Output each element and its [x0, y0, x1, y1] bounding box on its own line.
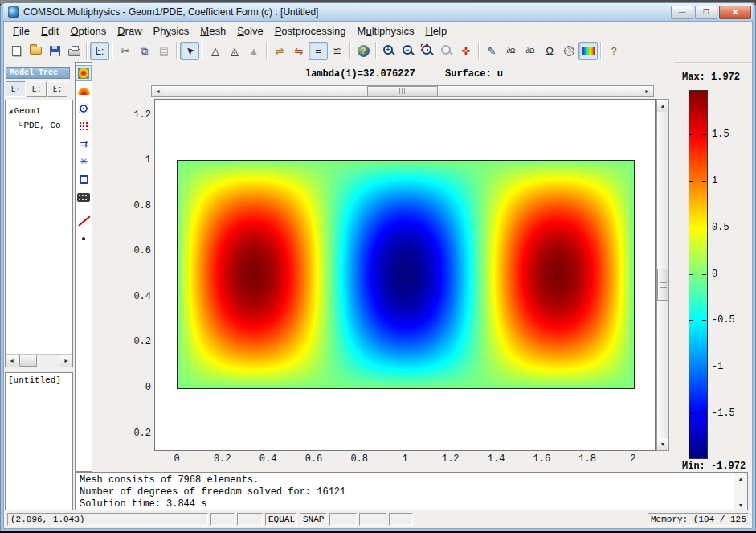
restore-button[interactable]: ❐: [695, 6, 717, 19]
menu-item-postprocessing[interactable]: Postprocessing: [269, 23, 352, 39]
model-browser-pane[interactable]: [untitled]: [5, 372, 73, 512]
refine-mesh-button[interactable]: ◬: [225, 42, 244, 60]
plot-h-scrollbar[interactable]: ◄ ►: [151, 85, 654, 97]
copy-icon: ⧉: [141, 46, 148, 56]
tree-view-detail-button[interactable]: Ŀ:: [27, 81, 47, 97]
new-file-button[interactable]: [6, 42, 26, 60]
minimize-button[interactable]: —: [671, 6, 693, 19]
menu-item-help[interactable]: Help: [419, 23, 452, 39]
point-mode-button[interactable]: ∂Ω: [501, 42, 521, 60]
scroll-up-button[interactable]: ▲: [657, 100, 668, 112]
save-file-button[interactable]: [45, 42, 64, 60]
scroll-left-button[interactable]: ◄: [6, 355, 18, 367]
log-line: Mesh consists of 7968 elements.: [80, 474, 731, 486]
domain-plot-button[interactable]: [76, 171, 92, 187]
message-log-panel[interactable]: Mesh consists of 7968 elements.Number of…: [75, 472, 748, 512]
tree-node-pde-co[interactable]: └PDE, Co: [8, 118, 72, 133]
zoom-in-button[interactable]: +: [379, 42, 398, 60]
arrow-left-icon: ◄: [9, 358, 14, 363]
scroll-down-button[interactable]: ▼: [657, 438, 668, 450]
model-tree-toggle-icon: Ŀ:: [96, 46, 104, 56]
scroll-up-button[interactable]: ▲: [734, 473, 747, 485]
principal-plot-button[interactable]: ✳: [76, 154, 92, 170]
model-tree-box[interactable]: ◢Geom1└PDE, Co ◄ ►: [5, 100, 73, 367]
postprocessing-mode-button[interactable]: [578, 42, 598, 60]
x-tick-label: 1.6: [533, 453, 551, 465]
surface-canvas[interactable]: [178, 161, 634, 388]
tree-h-scrollbar[interactable]: ◄ ►: [6, 354, 72, 367]
point-probe-button[interactable]: [76, 231, 92, 247]
boundary-plot-button[interactable]: [76, 118, 92, 134]
tree-node-geom1[interactable]: ◢Geom1: [8, 104, 72, 118]
toolbar-separator: [375, 42, 377, 59]
draw-mode-button[interactable]: ✎: [482, 42, 501, 60]
tree-expander-icon[interactable]: ◢: [8, 108, 12, 116]
tree-view-compact-button[interactable]: Ŀ·: [6, 81, 26, 97]
surface-plot-button[interactable]: [76, 65, 92, 81]
x-tick-label: 1.2: [442, 453, 460, 465]
menu-item-draw[interactable]: Draw: [112, 23, 147, 39]
status-cell: [237, 513, 263, 526]
print-button[interactable]: [64, 42, 84, 60]
pointer-select-button[interactable]: ➤: [180, 42, 199, 60]
solver-manager-button[interactable]: ⇋: [289, 42, 309, 60]
boundary-plot-icon: [79, 121, 89, 132]
plot-parameters-button[interactable]: ?: [353, 42, 373, 60]
scroll-left-button[interactable]: ◄: [152, 86, 164, 96]
open-file-button[interactable]: [26, 42, 45, 60]
title-bar[interactable]: COMSOL Multiphysics - Geom1/PDE, Coeffic…: [3, 3, 753, 21]
zoom-out-button[interactable]: −: [398, 42, 418, 60]
colorbar-tick-mark: [689, 320, 693, 321]
colorbar-tick-label: 0: [712, 269, 717, 280]
copy-button[interactable]: ⧉: [135, 42, 154, 60]
toolbar-separator: [266, 42, 268, 59]
scrollbar-track[interactable]: [657, 112, 668, 438]
log-v-scrollbar[interactable]: ▲ ▼: [734, 473, 747, 511]
zoom-window-button[interactable]: [418, 42, 437, 60]
colorbar-tick-label: 1.5: [712, 129, 729, 140]
scrollbar-track[interactable]: [18, 355, 60, 367]
mesh-mode-button[interactable]: [559, 42, 578, 60]
scrollbar-thumb[interactable]: [657, 269, 668, 301]
boundary-mode-button[interactable]: ∂Ω: [521, 42, 540, 60]
model-tree-toggle-button[interactable]: Ŀ:: [90, 42, 109, 60]
help-icon: ?: [611, 46, 616, 56]
arrow-plot-button[interactable]: ⇉: [76, 136, 92, 152]
cross-section-line-plot-button[interactable]: [76, 213, 92, 229]
cut-icon: ✂: [121, 46, 130, 56]
initialize-mesh-button[interactable]: △: [206, 42, 225, 60]
scroll-right-button[interactable]: ►: [641, 86, 653, 96]
axes-box[interactable]: [154, 99, 656, 451]
deformed-shape-plot-button[interactable]: [76, 83, 92, 99]
menu-item-mesh[interactable]: Mesh: [194, 23, 231, 39]
scroll-right-button[interactable]: ►: [60, 355, 72, 367]
colorbar-tick-mark: [702, 228, 706, 228]
scrollbar-thumb[interactable]: [19, 355, 37, 367]
pan-icon: ✜: [462, 46, 471, 56]
menu-item-solve[interactable]: Solve: [231, 23, 269, 39]
menu-item-options[interactable]: Options: [64, 23, 112, 39]
menu-item-edit[interactable]: Edit: [35, 23, 64, 39]
pan-button[interactable]: ✜: [456, 42, 476, 60]
contour-plot-button[interactable]: [76, 100, 92, 117]
menu-item-physics[interactable]: Physics: [148, 23, 195, 39]
animate-button[interactable]: [76, 189, 92, 205]
scrollbar-thumb[interactable]: [367, 86, 438, 96]
menu-item-file[interactable]: File: [7, 23, 35, 39]
surface-plot-region[interactable]: [177, 160, 635, 389]
solver-parameters-button[interactable]: ⇌: [270, 42, 289, 60]
restart-solve-button[interactable]: ≌: [328, 42, 347, 60]
scrollbar-track[interactable]: [164, 86, 641, 96]
help-button[interactable]: ?: [604, 42, 623, 60]
cut-button[interactable]: ✂: [116, 42, 135, 60]
plot-area: lambda(1)=32.076227 Surface: u ◄ ► 00.20…: [93, 62, 675, 472]
tree-view-full-button[interactable]: Ŀ:: [47, 81, 67, 97]
arrow-plot-icon: ⇉: [80, 139, 88, 149]
plot-v-scrollbar[interactable]: ▲ ▼: [656, 99, 669, 451]
close-button[interactable]: ✕: [719, 6, 751, 19]
model-tree-header: Model Tree: [6, 67, 70, 79]
menu-item-multiphysics[interactable]: Multiphysics: [352, 23, 420, 39]
subdomain-mode-button[interactable]: Ω: [540, 42, 559, 60]
solve-button[interactable]: =: [309, 42, 328, 60]
tree-view-buttons: Ŀ·Ŀ:Ŀ:: [6, 81, 67, 97]
